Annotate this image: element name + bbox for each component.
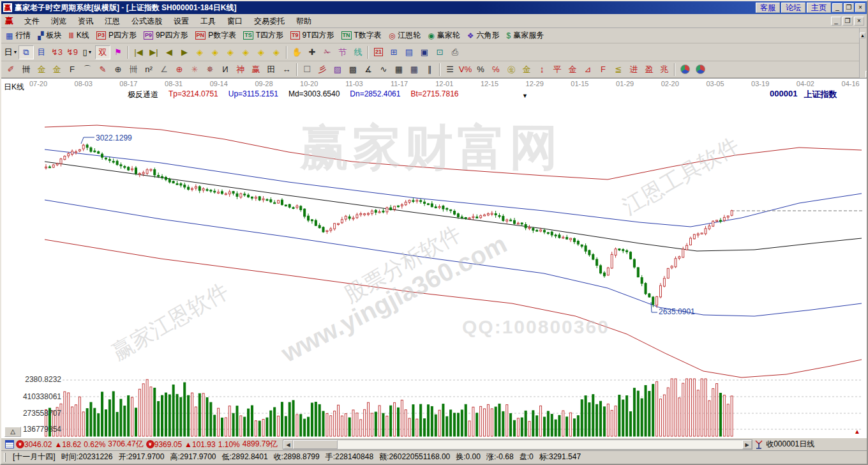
first-page-button[interactable]: |◀: [131, 45, 146, 59]
gann-line-tool[interactable]: 卌: [19, 63, 34, 77]
ying-tool[interactable]: 赢: [248, 63, 264, 77]
indicator-toggle-button[interactable]: △: [4, 427, 21, 437]
candle-style-button[interactable]: ▯▼: [80, 45, 95, 59]
forum-button[interactable]: 论坛: [781, 3, 805, 13]
zoom-in-x-button[interactable]: ◈: [238, 45, 253, 59]
gold-red-tool[interactable]: 金: [565, 63, 580, 77]
period-day-button[interactable]: 日▼: [3, 45, 19, 59]
t9-square-button[interactable]: T99T四方形: [288, 29, 339, 42]
pencil-tool[interactable]: ✎: [95, 63, 110, 77]
child-minimize-button[interactable]: _: [831, 17, 841, 26]
print-button[interactable]: ⎙: [447, 45, 463, 59]
frame-tool[interactable]: ☐: [299, 63, 315, 77]
angle-fan-tool[interactable]: ∡: [361, 63, 376, 77]
gold-line-tool[interactable]: 金: [519, 63, 534, 77]
scrollbar-track[interactable]: [338, 440, 742, 449]
percent-line-tool[interactable]: ℅: [488, 63, 504, 77]
adv-tool-3[interactable]: 兆: [657, 63, 672, 77]
menu-item-6[interactable]: 工具: [195, 15, 221, 27]
angle-measure-tool[interactable]: ∠: [156, 63, 172, 77]
calendar-button[interactable]: 21: [371, 45, 386, 59]
homepage-button[interactable]: 主页: [807, 3, 831, 13]
period-day-button-dropdown-icon[interactable]: ▼: [13, 50, 18, 54]
measure-tool-button[interactable]: ✁: [320, 45, 335, 59]
crosshair-tool-button[interactable]: ✚: [304, 45, 320, 59]
wave-tool[interactable]: И: [218, 63, 233, 77]
menu-item-8[interactable]: 交易委托: [248, 15, 290, 27]
prev-page-button[interactable]: ◀: [161, 45, 177, 59]
sectors-button[interactable]: ▞板块: [35, 29, 66, 42]
chart-area[interactable]: 赢家财富网 赢家江恩软件 www.yingjia360.com 股票分析软件 江…: [1, 78, 868, 438]
minimize-button[interactable]: _: [832, 3, 842, 12]
menu-item-1[interactable]: 浏览: [45, 15, 72, 27]
scroll-left-icon[interactable]: ◀: [283, 440, 293, 449]
scroll-down-icon[interactable]: ▼: [865, 71, 868, 78]
menu-item-5[interactable]: 设置: [168, 15, 195, 27]
p-square-button[interactable]: P3P四方形: [94, 29, 141, 42]
color-wheel-2[interactable]: [692, 63, 708, 77]
web-tool[interactable]: ✵: [202, 63, 218, 77]
grid2-tool[interactable]: ▦: [391, 63, 407, 77]
gold-circle-tool[interactable]: ㊎: [504, 63, 519, 77]
percent-v-tool[interactable]: Ⅴ%: [458, 63, 473, 77]
kline-button[interactable]: ⅢK线: [66, 29, 94, 42]
menu-item-9[interactable]: 帮助: [290, 15, 317, 27]
region-map-button[interactable]: ⧉: [19, 45, 34, 59]
save-button[interactable]: ▣: [417, 45, 432, 59]
menu-item-7[interactable]: 窗口: [221, 15, 248, 27]
golden-ratio2-tool[interactable]: 金: [49, 63, 64, 77]
expand-chart-button[interactable]: ◈: [269, 45, 284, 59]
le-tool[interactable]: ≦: [611, 63, 626, 77]
scroll-right-icon[interactable]: ▶: [742, 440, 752, 449]
fib-tool[interactable]: F: [64, 63, 80, 77]
target-tool[interactable]: ⊕: [172, 63, 187, 77]
service-button[interactable]: $赢家服务: [504, 29, 549, 42]
price-note-tool[interactable]: ☰: [442, 63, 458, 77]
grid-tool[interactable]: 田: [264, 63, 279, 77]
p-table-button[interactable]: PNP数字表: [193, 29, 241, 42]
flag-button[interactable]: ⚑: [110, 45, 126, 59]
kline-canvas[interactable]: [1, 79, 868, 438]
festival-tool-button[interactable]: 节: [335, 45, 350, 59]
last-page-button[interactable]: ▶|: [146, 45, 161, 59]
hexagon-button[interactable]: ❖六角形: [465, 29, 504, 42]
toolbar-scrollbar[interactable]: ▲ ▼: [859, 28, 867, 78]
trend9-button[interactable]: ↯9: [64, 45, 80, 59]
l-angle-tool[interactable]: ⊿: [580, 63, 595, 77]
info-list-button[interactable]: 目: [34, 45, 49, 59]
zigzag-tool[interactable]: ∿: [376, 63, 391, 77]
compress-chart-button[interactable]: ◈: [253, 45, 269, 59]
arc-tool[interactable]: ⌒: [80, 63, 95, 77]
fan-box2-tool[interactable]: ▩: [345, 63, 361, 77]
t-square-button[interactable]: TST四方形: [241, 29, 288, 42]
pan-right-button[interactable]: ◈: [207, 45, 223, 59]
next-page-button[interactable]: ▶: [177, 45, 192, 59]
angle-line-tool[interactable]: ✐: [3, 63, 19, 77]
fan-tool[interactable]: 彡: [315, 63, 330, 77]
fan-box-tool[interactable]: ▨: [330, 63, 345, 77]
close-button[interactable]: ×: [855, 3, 865, 12]
notes-button[interactable]: ▤: [401, 45, 417, 59]
hand-tool-button[interactable]: ✋: [289, 45, 304, 59]
menu-item-4[interactable]: 公式选股: [126, 15, 168, 27]
zoom-out-x-button[interactable]: ◈: [223, 45, 238, 59]
span-tool[interactable]: ↔: [279, 63, 294, 77]
line-tool-button[interactable]: 线: [350, 45, 366, 59]
n2-cycle-tool[interactable]: n²: [141, 63, 156, 77]
compare-button[interactable]: 双: [95, 45, 110, 59]
winner-wheel-button[interactable]: ◉赢家轮: [425, 29, 464, 42]
color-wheel-1[interactable]: [677, 63, 692, 77]
percent-tool[interactable]: %: [473, 63, 488, 77]
candle-style-button-dropdown-icon[interactable]: ▼: [88, 50, 93, 54]
menu-item-0[interactable]: 文件: [19, 15, 45, 27]
f-red-tool[interactable]: F: [595, 63, 611, 77]
adv-tool-2[interactable]: 盈: [641, 63, 657, 77]
golden-ratio-tool[interactable]: 金: [34, 63, 49, 77]
scroll-up-icon[interactable]: ▲: [860, 33, 865, 38]
spiral-tool[interactable]: ✳: [187, 63, 202, 77]
menu-item-3[interactable]: 江恩: [99, 15, 126, 27]
trend3-button[interactable]: ↯3: [49, 45, 64, 59]
ping-tool[interactable]: 平: [550, 63, 565, 77]
grid3-tool[interactable]: ▦: [407, 63, 422, 77]
updown-tool[interactable]: ↨: [534, 63, 550, 77]
